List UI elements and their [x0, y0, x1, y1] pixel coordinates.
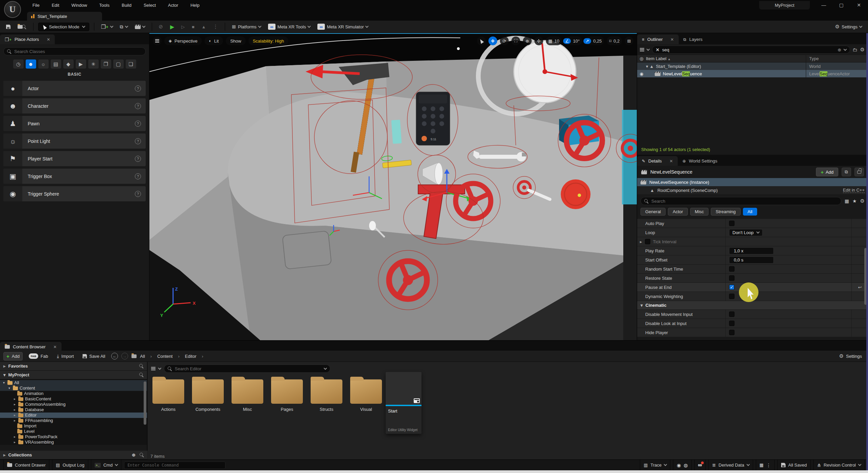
content-browser-settings[interactable]: ⚙Settings: [839, 353, 865, 359]
eject-button[interactable]: ▲: [199, 23, 208, 30]
outliner-search-input[interactable]: [662, 47, 835, 52]
help-icon[interactable]: ?: [135, 138, 141, 144]
favorites-star-icon[interactable]: ★: [852, 198, 857, 204]
filter-streaming[interactable]: Streaming: [711, 208, 740, 216]
frame-skip-button[interactable]: ▷: [179, 23, 187, 30]
place-actors-search[interactable]: [3, 47, 146, 55]
section-cinematic[interactable]: Cinematic: [637, 301, 868, 310]
memory-buttons[interactable]: ▦⋮: [756, 460, 775, 471]
blueprints-dropdown[interactable]: ⧉: [118, 23, 130, 31]
menu-select[interactable]: Select: [144, 3, 156, 8]
folder-tile-visual[interactable]: Visual: [350, 379, 382, 412]
category-vfx-icon[interactable]: ✳: [88, 59, 99, 69]
rotate-tool-button[interactable]: ⟳: [500, 36, 509, 45]
category-volumes-icon[interactable]: ◆: [63, 59, 74, 69]
unlock-button[interactable]: [854, 168, 864, 176]
tab-start-template[interactable]: Start_Template: [27, 12, 102, 21]
pause-at-end-checkbox[interactable]: ✓: [729, 284, 734, 290]
move-tool-button[interactable]: ✥: [488, 36, 497, 45]
list-item-player-start[interactable]: ⚑ Player Start ?: [3, 151, 146, 166]
meta-xr-simulator-dropdown[interactable]: ∞Meta XR Simulator: [315, 23, 370, 31]
tab-details[interactable]: ✎ Details ✕: [637, 156, 678, 166]
list-item-pawn[interactable]: ♟ Pawn ?: [3, 116, 146, 131]
meta-xr-tools-dropdown[interactable]: ∞Meta XR Tools: [266, 23, 312, 31]
scale-tool-button[interactable]: ⛶: [511, 36, 520, 45]
forward-button[interactable]: →: [121, 353, 128, 359]
insights-buttons[interactable]: ◉◍: [673, 460, 691, 471]
list-item-actor[interactable]: ● Actor ?: [3, 81, 146, 96]
console-input[interactable]: [127, 463, 222, 468]
rotation-snap-button[interactable]: ∠10°: [564, 36, 582, 45]
close-icon[interactable]: ✕: [47, 37, 50, 42]
disable-look-at-input-checkbox[interactable]: [729, 321, 734, 326]
menu-tools[interactable]: Tools: [99, 3, 110, 8]
close-icon[interactable]: ✕: [671, 37, 674, 42]
collapse-arrow[interactable]: [641, 303, 643, 308]
stop-button[interactable]: ■: [190, 23, 196, 30]
save-all-button[interactable]: Save All: [80, 353, 108, 360]
dynamic-weighting-checkbox[interactable]: [729, 294, 734, 299]
tree-item-all[interactable]: All: [0, 380, 147, 385]
maximize-button[interactable]: ▢: [838, 2, 845, 8]
auto-play-checkbox[interactable]: [729, 221, 734, 226]
visibility-eye-icon[interactable]: ◉: [637, 71, 646, 76]
all-saved-button[interactable]: All Saved: [777, 460, 811, 471]
filter-all[interactable]: All: [743, 208, 757, 216]
search-icon[interactable]: [139, 373, 144, 377]
grid-snap-button[interactable]: ▦10: [546, 36, 562, 45]
filter-general[interactable]: General: [641, 208, 666, 216]
folder-tile-components[interactable]: Components: [192, 379, 224, 412]
category-all-icon[interactable]: ❏: [126, 59, 136, 69]
tree-item-powertoolspack[interactable]: PowerToolsPack: [0, 434, 147, 440]
scene-canvas[interactable]: 5:11: [149, 34, 637, 341]
menu-file[interactable]: File: [32, 3, 40, 8]
surface-snap-button[interactable]: ✣: [534, 36, 543, 45]
platforms-dropdown[interactable]: ⊞Platforms: [230, 23, 263, 30]
minimize-button[interactable]: —: [820, 2, 827, 8]
tree-item-editor[interactable]: Editor: [0, 413, 147, 418]
fab-button[interactable]: FABFab: [26, 352, 51, 360]
help-icon[interactable]: ?: [135, 173, 141, 179]
help-icon[interactable]: ?: [135, 156, 141, 162]
select-tool-button[interactable]: [477, 36, 486, 45]
launch-platform-icon[interactable]: ⊘: [157, 23, 165, 31]
category-basic-icon[interactable]: ☻: [26, 59, 36, 69]
outliner-row-newlevelsequence[interactable]: ◉ NewLevelSequence LevelSequenceActor: [637, 70, 868, 77]
content-drawer-button[interactable]: Content Drawer: [3, 460, 49, 471]
add-actor-dropdown[interactable]: ❒+: [99, 23, 115, 31]
output-log-button[interactable]: ▤Output Log: [52, 460, 88, 471]
add-collection-icon[interactable]: ⊕: [132, 452, 136, 457]
collections-header[interactable]: Collections ⊕: [0, 451, 147, 459]
menu-help[interactable]: Help: [190, 3, 199, 8]
list-item-character[interactable]: ☻ Character ?: [3, 98, 146, 114]
blueprint-button[interactable]: ⧉: [842, 168, 851, 176]
close-icon[interactable]: ✕: [53, 345, 57, 349]
category-media-icon[interactable]: ▶: [76, 59, 86, 69]
filter-icon[interactable]: [640, 48, 644, 51]
back-button[interactable]: ←: [111, 353, 118, 359]
tree-item-database[interactable]: Database: [0, 407, 147, 413]
component-row-root[interactable]: ▲ RootComponent (SceneComp) Edit in C++: [637, 186, 868, 194]
project-header[interactable]: MyProject: [0, 371, 147, 379]
disable-movement-input-checkbox[interactable]: [729, 312, 734, 317]
add-button[interactable]: +Add: [3, 352, 23, 360]
cmd-dropdown[interactable]: >_Cmd: [91, 460, 121, 471]
category-lights-icon[interactable]: ☼: [38, 59, 49, 69]
browse-content-button[interactable]: [16, 24, 28, 30]
hide-player-checkbox[interactable]: [729, 330, 734, 335]
category-geometry-icon[interactable]: ❐: [101, 59, 111, 69]
filter-icon[interactable]: [151, 367, 155, 370]
help-icon[interactable]: ?: [135, 103, 141, 109]
help-icon[interactable]: ?: [135, 85, 141, 92]
add-component-button[interactable]: +Add: [816, 168, 838, 176]
display-options-icon[interactable]: ▦: [845, 198, 849, 204]
search-icon[interactable]: [139, 364, 144, 368]
details-search-input[interactable]: [651, 199, 838, 204]
teal-block-actor[interactable]: [391, 120, 402, 144]
spline-point[interactable]: [457, 47, 460, 50]
details-search[interactable]: [641, 197, 841, 205]
random-start-time-checkbox[interactable]: [729, 266, 734, 272]
play-button[interactable]: ▶: [168, 23, 176, 31]
search-classes-input[interactable]: [14, 49, 142, 54]
tree-item-content[interactable]: Content: [0, 385, 147, 391]
